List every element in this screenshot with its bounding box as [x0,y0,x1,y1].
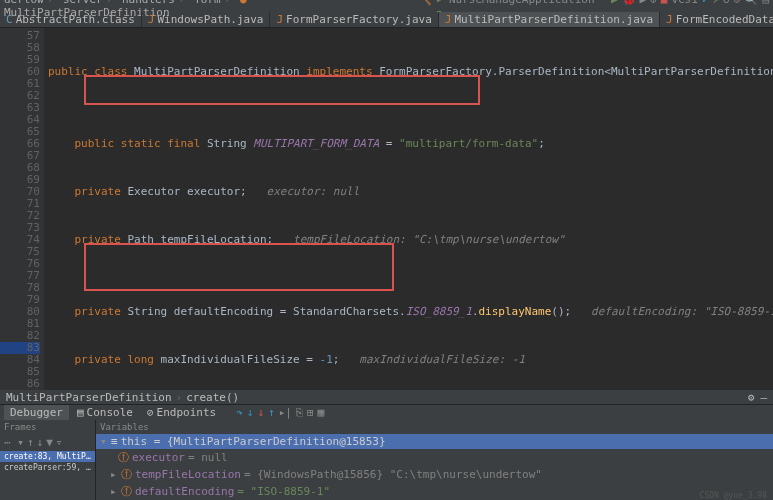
step-over-icon[interactable]: ↷ [236,406,243,419]
tab-multipartparserdefinition[interactable]: MultiPartParserDefinition.java [439,12,660,27]
tab-abstractpath[interactable]: AbstractPath.class [0,12,142,27]
dropdown-icon[interactable]: ⋯ ▾ [4,436,24,449]
layout-icon[interactable]: ▦ [318,406,325,419]
tab-formencodeddatadefinition[interactable]: FormEncodedDataDefinition.java [660,12,773,27]
next-frame-icon[interactable]: ↓ [37,436,44,449]
tab-endpoints[interactable]: ⊘ Endpoints [141,405,222,420]
java-icon [276,13,283,26]
tab-formparserfactory[interactable]: FormParserFactory.java [270,12,438,27]
frames-panel: Frames ⋯ ▾ ↑ ↓ ▼ ▿ create:83, MultiPartP… [0,420,96,500]
watermark: CSDN @yue_3.98 [700,491,767,500]
var-tempfilelocation[interactable]: ▸ⓕ tempFileLocation = {WindowsPath@15856… [96,466,773,483]
trace-icon[interactable]: ⊞ [307,406,314,419]
java-icon [445,13,452,26]
filter2-icon[interactable]: ▿ [56,436,63,449]
run-to-cursor-icon[interactable]: ▸| [279,406,292,419]
tab-windowspath[interactable]: WindowsPath.java [142,12,271,27]
java-icon [666,13,673,26]
editor-breadcrumb: MultiPartParserDefinition›create() ⚙ — [0,390,773,404]
prev-frame-icon[interactable]: ↑ [27,436,34,449]
var-executor[interactable]: ⓕ executor = null [96,449,773,466]
code-area[interactable]: public class MultiPartParserDefinition i… [44,28,773,390]
debug-panel: Debugger ▤ Console ⊘ Endpoints ↷ ↓ ↓ ↑ ▸… [0,404,773,500]
line-gutter: 5758596061626364656667686970717273747576… [0,28,44,390]
var-this[interactable]: ▾≡ this = {MultiPartParserDefinition@158… [96,434,773,449]
filter-icon[interactable]: ▼ [46,436,53,449]
java-icon [148,13,155,26]
frame-row[interactable]: createParser:59, FormP [0,462,95,473]
step-into-icon[interactable]: ↓ [247,406,254,419]
minimize-icon[interactable]: — [760,391,767,404]
class-icon [6,13,13,26]
tab-console[interactable]: ▤ Console [71,405,139,420]
gear-icon[interactable]: ⚙ [748,391,755,404]
tab-debugger[interactable]: Debugger [4,405,69,420]
step-out-icon[interactable]: ↑ [268,406,275,419]
evaluate-icon[interactable]: ⎘ [296,406,303,419]
code-editor[interactable]: 5758596061626364656667686970717273747576… [0,28,773,390]
force-step-into-icon[interactable]: ↓ [257,406,264,419]
variables-panel: Variables ▾≡ this = {MultiPartParserDefi… [96,420,773,500]
var-defaultencoding[interactable]: ▸ⓕ defaultEncoding = "ISO-8859-1" [96,483,773,500]
editor-tabs: AbstractPath.class WindowsPath.java Form… [0,12,773,28]
frame-row[interactable]: create:83, MultiPartP [0,451,95,462]
